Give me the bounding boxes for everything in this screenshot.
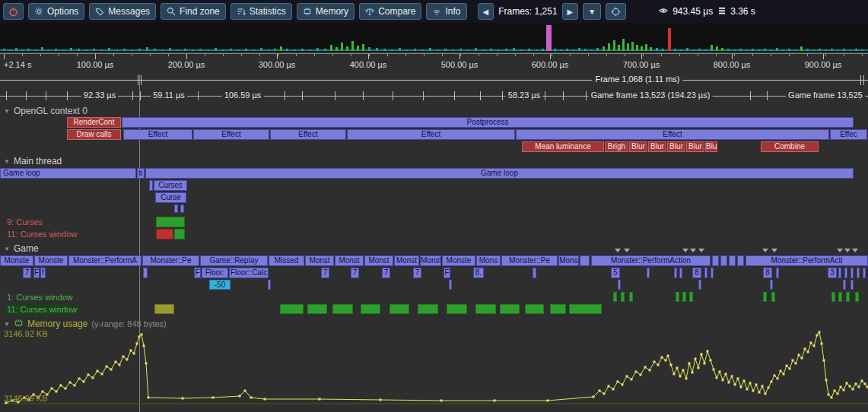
zone-bar[interactable]: 8. bbox=[473, 268, 484, 278]
zone-bar[interactable]: 5 bbox=[611, 268, 620, 278]
zone-bar[interactable]: 3 bbox=[828, 268, 837, 278]
section-header-memory-usage[interactable]: ▼ Memory usage (y-range: 848 bytes) bbox=[4, 319, 167, 329]
zone-mark[interactable] bbox=[676, 292, 679, 302]
zone-mark[interactable] bbox=[729, 255, 736, 266]
zone-mark[interactable] bbox=[280, 304, 304, 314]
zone-mark[interactable] bbox=[268, 280, 271, 290]
zone-bar[interactable]: Monster::PerformAction bbox=[591, 255, 711, 266]
zone-mark[interactable] bbox=[863, 268, 866, 278]
thread-label[interactable]: 9: Curses bbox=[5, 217, 44, 227]
zone-bar[interactable]: Blur bbox=[667, 141, 685, 152]
zone-mark[interactable] bbox=[533, 268, 536, 278]
zone-bar[interactable]: 7 bbox=[321, 268, 329, 278]
zone-bar[interactable]: Effect bbox=[123, 129, 192, 140]
zone-mark[interactable] bbox=[618, 280, 621, 290]
zone-mark[interactable] bbox=[389, 304, 409, 314]
zone-mark[interactable] bbox=[332, 304, 353, 314]
zone-bar[interactable]: Blur bbox=[686, 141, 704, 152]
zone-bar[interactable]: RenderCont bbox=[67, 117, 121, 128]
zone-bar[interactable]: Effect bbox=[516, 129, 829, 140]
zone-bar[interactable]: Monste bbox=[34, 255, 68, 266]
zone-mark[interactable] bbox=[737, 255, 744, 266]
zone-bar[interactable]: Mons bbox=[558, 255, 579, 266]
zone-bar[interactable]: 8 bbox=[692, 268, 701, 278]
zone-mark[interactable] bbox=[846, 292, 850, 302]
zone-bar[interactable]: 7 bbox=[351, 268, 359, 278]
zone-mark[interactable] bbox=[475, 304, 496, 314]
thread-label[interactable]: 11: Curses window bbox=[5, 229, 78, 239]
zone-mark[interactable] bbox=[361, 304, 380, 314]
thread-label[interactable]: 1: Curses window bbox=[5, 292, 75, 303]
zone-mark[interactable] bbox=[712, 255, 719, 266]
zone-bar[interactable]: Game::Replay bbox=[200, 255, 268, 266]
zone-mark[interactable] bbox=[613, 292, 617, 302]
zone-mark[interactable] bbox=[180, 204, 184, 213]
zone-mark[interactable] bbox=[143, 268, 148, 278]
zone-mark[interactable] bbox=[698, 280, 701, 290]
zone-bar[interactable]: Monst bbox=[394, 255, 419, 266]
zone-bar[interactable]: -50 bbox=[209, 280, 231, 290]
zone-mark[interactable] bbox=[689, 292, 693, 302]
zone-mark[interactable] bbox=[855, 292, 859, 302]
zone-bar[interactable]: Game loop bbox=[145, 168, 854, 179]
collapsed-zone-marker-icon[interactable] bbox=[682, 249, 688, 252]
collapsed-zone-marker-icon[interactable] bbox=[771, 249, 777, 252]
zone-bar[interactable]: Mons bbox=[476, 255, 501, 266]
zone-mark[interactable] bbox=[770, 280, 773, 290]
zone-bar[interactable]: Effect bbox=[347, 129, 515, 140]
zone-bar[interactable]: Blur bbox=[629, 141, 647, 152]
zone-bar[interactable]: Combine bbox=[761, 141, 819, 152]
zone-mark[interactable] bbox=[569, 304, 602, 314]
zone-mark[interactable] bbox=[174, 229, 185, 239]
zone-mark[interactable] bbox=[838, 292, 842, 302]
zone-bar[interactable]: Floor: bbox=[202, 268, 228, 278]
zone-mark[interactable] bbox=[704, 268, 707, 278]
zone-bar[interactable]: Effec bbox=[830, 129, 867, 140]
zone-mark[interactable] bbox=[629, 292, 633, 302]
zone-mark[interactable] bbox=[720, 255, 727, 266]
zone-bar[interactable]: Monster::PerformA bbox=[68, 255, 141, 266]
zone-mark[interactable] bbox=[843, 280, 846, 290]
memory-graph[interactable] bbox=[0, 328, 868, 412]
zone-bar[interactable]: F bbox=[33, 268, 40, 278]
zone-bar[interactable]: Blur bbox=[705, 141, 717, 152]
zone-bar[interactable]: Monste bbox=[442, 255, 475, 266]
zone-mark[interactable] bbox=[156, 229, 173, 239]
zone-bar[interactable]: Effect bbox=[270, 129, 346, 140]
collapsed-zone-marker-icon[interactable] bbox=[698, 249, 704, 252]
zone-mark[interactable] bbox=[711, 268, 714, 278]
zone-bar[interactable]: 7 bbox=[413, 268, 421, 278]
zone-mark[interactable] bbox=[307, 304, 327, 314]
zone-bar[interactable]: Effect bbox=[193, 129, 269, 140]
zone-bar[interactable]: Postprocess bbox=[122, 117, 854, 128]
zone-mark[interactable] bbox=[156, 217, 185, 227]
zone-mark[interactable] bbox=[449, 280, 452, 290]
zone-mark[interactable] bbox=[851, 268, 854, 278]
zone-bar[interactable]: Floor::Calc bbox=[229, 268, 269, 278]
zone-bar[interactable]: Blur bbox=[648, 141, 666, 152]
zone-mark[interactable] bbox=[447, 304, 467, 314]
zone-mark[interactable] bbox=[525, 304, 544, 314]
zone-mark[interactable] bbox=[776, 268, 779, 278]
zone-bar[interactable]: Monst bbox=[335, 255, 364, 266]
collapsed-zone-marker-icon[interactable] bbox=[844, 249, 851, 252]
zone-bar[interactable]: f bbox=[40, 268, 46, 278]
section-header-main-thread[interactable]: ▼ Main thread bbox=[4, 156, 62, 166]
zone-mark[interactable] bbox=[647, 268, 650, 278]
zone-bar[interactable]: Draw calls bbox=[67, 129, 121, 140]
zone-bar[interactable]: Monster::Pe bbox=[501, 255, 558, 266]
zone-mark[interactable] bbox=[149, 180, 153, 191]
collapsed-zone-marker-icon[interactable] bbox=[762, 249, 768, 252]
zone-mark[interactable] bbox=[851, 280, 854, 290]
zone-mark[interactable] bbox=[500, 304, 520, 314]
zone-bar[interactable]: Monst bbox=[364, 255, 393, 266]
zone-bar[interactable]: Monste bbox=[0, 255, 33, 266]
zone-bar[interactable]: 7 bbox=[23, 268, 31, 278]
section-header-game[interactable]: ▼ Game bbox=[4, 243, 39, 254]
section-header-opengl[interactable]: ▼ OpenGL context 0 bbox=[4, 106, 87, 116]
zone-mark[interactable] bbox=[154, 304, 174, 314]
zone-mark[interactable] bbox=[418, 304, 438, 314]
zone-mark[interactable] bbox=[831, 292, 835, 302]
zone-bar[interactable]: Curses bbox=[154, 180, 187, 191]
zone-mark[interactable] bbox=[580, 255, 590, 266]
